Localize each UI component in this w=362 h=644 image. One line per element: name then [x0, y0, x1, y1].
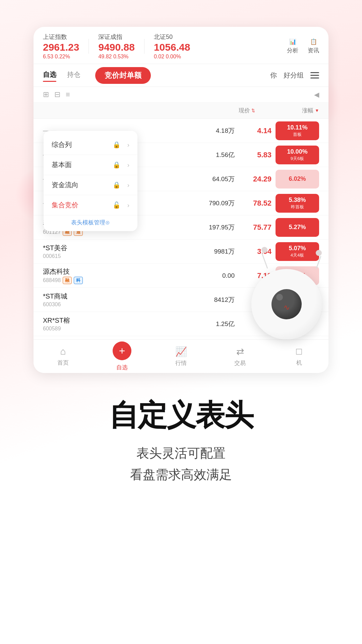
- index-item-bj[interactable]: 北证50 1056.48 0.02 0.00%: [154, 33, 190, 60]
- dropdown-label: 综合列: [52, 140, 72, 149]
- nav-market-label: 行情: [175, 359, 187, 367]
- index-icons: 📊 分析 📋 资讯: [287, 38, 319, 54]
- divider-2: [144, 39, 144, 54]
- nav-home[interactable]: ⌂ 首页: [34, 346, 93, 367]
- chevron-right-icon: ›: [127, 202, 129, 209]
- lock-red-icon: 🔓: [113, 201, 121, 209]
- dropdown-label: 集合竞价: [52, 201, 78, 210]
- dropdown-item-general[interactable]: 综合列 🔒 ›: [44, 135, 137, 155]
- column-header: 现价 ⇅ 涨幅 ▼: [34, 103, 328, 119]
- nav-watchlist-label: 自选: [116, 364, 128, 371]
- price-sort-icon: ⇅: [251, 108, 255, 113]
- nav-more[interactable]: □ 机: [269, 346, 328, 367]
- nav-market[interactable]: 📈 行情: [152, 346, 210, 367]
- chart-icon: 📊: [289, 38, 296, 45]
- sub-title: 表头灵活可配置 看盘需求高效满足: [27, 442, 335, 486]
- nav-home-label: 首页: [57, 359, 69, 367]
- template-manager-link[interactable]: 表头模板管理⊙: [44, 215, 137, 228]
- dropdown-item-fundamentals[interactable]: 基本面 🔒 ›: [44, 155, 137, 175]
- nav-trade[interactable]: ⇄ 交易: [210, 346, 269, 367]
- tab-right-group[interactable]: 好分组: [284, 71, 304, 80]
- nav-trade-label: 交易: [234, 359, 246, 367]
- squiggle-icon: ∿: [284, 303, 290, 312]
- index-item-sz[interactable]: 深证成指 9490.88 49.82 0.53%: [98, 33, 134, 60]
- index-bar: 上证指数 2961.23 6.53 0.22% 深证成指 9490.88 49.…: [34, 27, 328, 64]
- antenna-ball-left: [261, 247, 267, 253]
- home-icon: ⌂: [60, 346, 66, 357]
- mascot: ∿: [251, 266, 339, 339]
- grid1-icon[interactable]: ⊞: [43, 90, 49, 99]
- col-change[interactable]: 涨幅 ▼: [276, 107, 319, 114]
- index-item-sh[interactable]: 上证指数 2961.23 6.53 0.22%: [43, 33, 79, 60]
- dropdown-item-moneyflow[interactable]: 资金流向 🔒 ›: [44, 175, 137, 195]
- nav-more-label: 机: [296, 359, 302, 367]
- dropdown-menu: 综合列 🔒 › 基本面 🔒 › 资金流向 🔒 › 集合竞价 🔓 › 表头模板管理…: [44, 131, 137, 231]
- tab-right: 你 好分组: [270, 71, 319, 80]
- col-price[interactable]: 现价 ⇅: [239, 107, 276, 114]
- analysis-icon-item[interactable]: 📊 分析: [287, 38, 298, 54]
- auction-button[interactable]: 竞价封单额: [95, 67, 151, 84]
- app-card: 上证指数 2961.23 6.53 0.22% 深证成指 9490.88 49.…: [34, 27, 328, 373]
- analysis-label: 分析: [287, 47, 298, 54]
- view-bar: ⊞ ⊟ ≡ ◀: [34, 87, 328, 103]
- nav-watchlist[interactable]: + 自选: [93, 341, 152, 371]
- tab-right-you[interactable]: 你: [270, 71, 277, 80]
- eye-body: ∿: [251, 269, 322, 339]
- grid2-icon[interactable]: ⊟: [54, 90, 60, 99]
- tab-watchlist[interactable]: 自选: [43, 70, 56, 80]
- antenna-ball-right: [316, 250, 322, 256]
- list-icon[interactable]: ≡: [66, 90, 70, 99]
- hamburger-icon[interactable]: [310, 72, 319, 78]
- more-icon: □: [296, 346, 302, 357]
- lock-icon: 🔒: [113, 141, 121, 149]
- table-row[interactable]: *ST美谷 000615 9981万 3.94 5.07% 4天4板: [34, 239, 328, 264]
- lock-icon: 🔒: [113, 181, 121, 189]
- dropdown-item-auction[interactable]: 集合竞价 🔓 ›: [44, 195, 137, 215]
- add-watchlist-icon[interactable]: +: [113, 341, 131, 360]
- tab-bar: 自选 持仓 竞价封单额 你 好分组: [34, 64, 328, 87]
- tab-position[interactable]: 持仓: [67, 70, 80, 80]
- news-icon-item[interactable]: 📋 资讯: [308, 38, 319, 54]
- lock-icon: 🔒: [113, 161, 121, 169]
- news-label: 资讯: [308, 47, 319, 54]
- eye-shine: [276, 294, 283, 301]
- dropdown-label: 基本面: [52, 160, 72, 169]
- bottom-nav: ⌂ 首页 + 自选 📈 行情 ⇄ 交易 □ 机: [34, 339, 328, 373]
- news-icon: 📋: [310, 38, 317, 45]
- chevron-right-icon: ›: [127, 141, 129, 149]
- bottom-text-section: 自定义表头 表头灵活可配置 看盘需求高效满足: [0, 379, 362, 499]
- trade-icon: ⇄: [236, 346, 244, 357]
- divider-1: [88, 39, 89, 54]
- change-sort-icon: ▼: [315, 108, 319, 113]
- collapse-arrow-icon[interactable]: ◀: [314, 91, 319, 99]
- eye-pupil: ∿: [272, 289, 302, 319]
- market-icon: 📈: [175, 346, 187, 357]
- chevron-right-icon: ›: [127, 181, 129, 189]
- main-title: 自定义表头: [27, 399, 335, 432]
- chevron-right-icon: ›: [127, 161, 129, 169]
- dropdown-label: 资金流向: [52, 180, 78, 190]
